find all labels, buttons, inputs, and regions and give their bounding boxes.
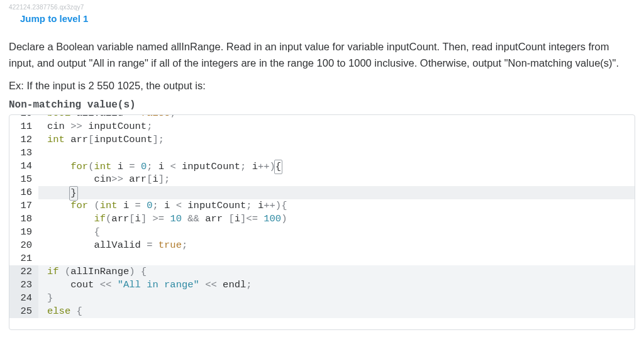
line-number: 15 bbox=[9, 173, 38, 186]
line-number: 12 bbox=[9, 133, 38, 146]
code-line[interactable]: 18 if(arr[i] >= 10 && arr [i]<= 100) bbox=[9, 212, 635, 226]
code-line[interactable]: 17 for (int i = 0; i < inputCount; i++){ bbox=[9, 199, 635, 212]
code-content[interactable]: { bbox=[38, 226, 635, 239]
jump-to-level-link[interactable]: Jump to level 1 bbox=[20, 13, 88, 24]
code-content[interactable]: bool allValid = false; bbox=[38, 114, 635, 120]
code-content[interactable]: allValid = true; bbox=[38, 239, 635, 252]
code-content[interactable]: if (allInRange) { bbox=[38, 265, 635, 279]
code-line[interactable]: 19 { bbox=[9, 226, 635, 239]
line-number: 21 bbox=[9, 252, 38, 265]
code-content[interactable]: cout << "All in range" << endl; bbox=[38, 279, 635, 292]
line-number: 16 bbox=[9, 186, 38, 199]
code-content[interactable] bbox=[38, 146, 635, 160]
line-number: 10 bbox=[9, 114, 38, 120]
line-number: 23 bbox=[9, 279, 38, 292]
code-line[interactable]: 10bool allValid = false; bbox=[9, 114, 635, 120]
code-line[interactable]: 13 bbox=[9, 146, 635, 160]
code-line[interactable]: 12int arr[inputCount]; bbox=[9, 133, 635, 146]
line-number: 13 bbox=[9, 146, 38, 160]
problem-prompt: Declare a Boolean variable named allInRa… bbox=[9, 39, 635, 71]
line-number: 22 bbox=[9, 265, 38, 279]
example-intro: Ex: If the input is 2 550 1025, the outp… bbox=[9, 80, 635, 92]
code-content[interactable]: cin>> arr[i]; bbox=[38, 173, 635, 186]
code-line[interactable]: 21 bbox=[9, 252, 635, 265]
code-content[interactable]: else { bbox=[38, 305, 635, 318]
line-number: 17 bbox=[9, 199, 38, 212]
line-number: 14 bbox=[9, 160, 38, 173]
code-line[interactable]: 23 cout << "All in range" << endl; bbox=[9, 279, 635, 292]
code-content[interactable]: } bbox=[38, 292, 635, 305]
code-line[interactable]: 25else { bbox=[9, 305, 635, 318]
code-line[interactable]: 24} bbox=[9, 292, 635, 305]
code-content[interactable]: cin >> inputCount; bbox=[38, 120, 635, 133]
line-number: 19 bbox=[9, 226, 38, 239]
code-line[interactable]: 11cin >> inputCount; bbox=[9, 120, 635, 133]
line-number: 20 bbox=[9, 239, 38, 252]
code-content[interactable] bbox=[38, 252, 635, 265]
code-content[interactable]: for(int i = 0; i < inputCount; i++){ bbox=[38, 160, 635, 173]
code-content[interactable]: for (int i = 0; i < inputCount; i++){ bbox=[38, 199, 635, 212]
line-number: 18 bbox=[9, 212, 38, 226]
code-line[interactable]: 14 for(int i = 0; i < inputCount; i++){ bbox=[9, 160, 635, 173]
code-content[interactable]: if(arr[i] >= 10 && arr [i]<= 100) bbox=[38, 212, 635, 226]
code-editor[interactable]: 10bool allValid = false;11cin >> inputCo… bbox=[9, 114, 635, 330]
line-number: 11 bbox=[9, 120, 38, 133]
code-line[interactable]: 15 cin>> arr[i]; bbox=[9, 173, 635, 186]
line-number: 25 bbox=[9, 305, 38, 318]
code-line[interactable]: 20 allValid = true; bbox=[9, 239, 635, 252]
code-content[interactable]: } bbox=[38, 186, 635, 199]
code-line[interactable]: 22if (allInRange) { bbox=[9, 265, 635, 279]
meta-id: 422124.2387756.qx3zqy7 bbox=[9, 4, 635, 11]
example-output: Non-matching value(s) bbox=[9, 98, 635, 114]
code-content[interactable]: int arr[inputCount]; bbox=[38, 133, 635, 146]
line-number: 24 bbox=[9, 292, 38, 305]
code-line[interactable]: 16 } bbox=[9, 186, 635, 199]
